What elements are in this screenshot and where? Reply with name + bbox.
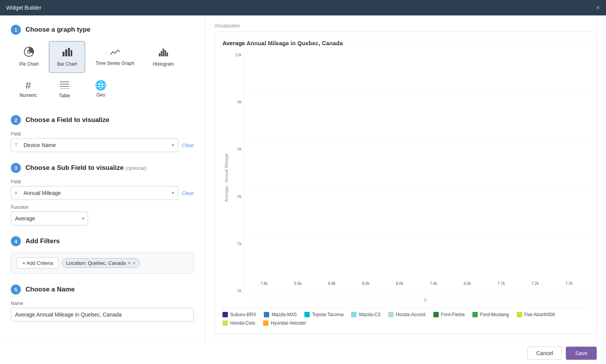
table-icon — [59, 80, 70, 91]
step1-badge: 1 — [11, 25, 21, 35]
legend-honda-accord-label: Honda-Accord — [396, 312, 426, 317]
step4-header: 4 Add Filters — [11, 236, 194, 246]
save-button[interactable]: Save — [566, 347, 597, 360]
legend-hyundai-label: Hyundai-Veloster — [271, 320, 306, 326]
titlebar: Widget Builder × — [0, 0, 606, 15]
bar-fiat-abarth: 7.7k — [485, 281, 517, 286]
legend-honda-accord: Honda-Accord — [388, 312, 426, 317]
svg-rect-6 — [161, 51, 162, 56]
filter-tag[interactable]: Location: Quebec, Canada ▾ × — [62, 258, 140, 268]
left-panel: 1 Choose a graph type Pie Chart — [0, 15, 205, 342]
legend-suburu-dot — [222, 312, 228, 317]
graph-type-numeric[interactable]: # Numeric — [11, 74, 46, 105]
step2-clear-link[interactable]: Clear — [182, 142, 194, 148]
step1-title: Choose a graph type — [25, 26, 90, 34]
step2-header: 2 Choose a Field to visualize — [11, 115, 194, 125]
svg-rect-2 — [65, 49, 67, 56]
bar-chart-icon — [62, 46, 73, 59]
bar-hyundai-veloster: 7.7k — [553, 281, 585, 286]
bar-hyundai-value: 7.7k — [565, 281, 573, 286]
legend-mazda-c3: Mazda-C3 — [351, 312, 380, 317]
timeseries-label: Time Series Graph — [95, 61, 134, 67]
bar-ford-mustang: 6.6k — [452, 281, 483, 286]
y-ticks-chart: 0k 2k 4k 6k 8k 10k — [230, 52, 589, 302]
window-title: Widget Builder — [6, 5, 41, 11]
legend-fiat-label: Fiat-Abarth500 — [525, 312, 555, 317]
legend-honda-civic-label: Honda-Civic — [230, 320, 255, 326]
step2-select-row: T Device Name ▾ Clear — [11, 138, 194, 152]
step5-name-label: Name — [11, 301, 194, 306]
add-criteria-button[interactable]: + Add Criteria — [17, 257, 59, 269]
graph-type-table[interactable]: Table — [47, 74, 82, 105]
bar-honda-accord-value: 8.0k — [396, 281, 403, 286]
legend-toyota: Toyota-Tacoma — [304, 312, 343, 317]
step3-field-wrapper: # Annual Mileage ▾ — [11, 186, 178, 200]
widget-builder-window: Widget Builder × 1 Choose a graph type — [0, 0, 606, 364]
step3-title: Choose a Sub Field to visualize (optiona… — [25, 164, 146, 172]
pie-chart-label: Pie Chart — [19, 61, 39, 68]
y-tick-8k: 8k — [237, 100, 242, 104]
bars-wrapper: 7.8k 6.5k — [244, 52, 589, 302]
bar-chart-label: Bar Chart — [57, 61, 77, 68]
cancel-button[interactable]: Cancel — [527, 347, 562, 360]
chart-with-axes: Average - Annual Mileage 0k 2k 4k 6k 8k … — [222, 52, 589, 302]
step3-clear-link[interactable]: Clear — [182, 190, 194, 196]
y-tick-6k: 6k — [237, 147, 242, 151]
y-axis-label-wrapper: Average - Annual Mileage — [222, 52, 230, 302]
graph-type-timeseries[interactable]: Time Series Graph — [87, 41, 143, 73]
y-tick-4k: 4k — [237, 194, 242, 199]
bar-honda-civic-value: 7.2k — [531, 281, 539, 286]
svg-rect-8 — [165, 50, 166, 56]
numeric-label: Numeric — [20, 93, 37, 99]
step3-field-label: Field — [11, 179, 194, 185]
geo-icon: 🌐 — [95, 81, 107, 90]
step3-function-select[interactable]: Average Sum Count Min Max — [11, 212, 88, 225]
name-input[interactable] — [11, 308, 194, 322]
legend-ford-fiesta: Ford-Fiesta — [433, 312, 465, 317]
legend-ford-fiesta-label: Ford-Fiesta — [441, 312, 465, 317]
step2-title: Choose a Field to visualize — [25, 116, 109, 124]
step3-select-row: # Annual Mileage ▾ Clear — [11, 186, 194, 200]
histogram-icon — [158, 46, 169, 59]
footer: Cancel Save — [0, 342, 606, 364]
legend-suburu-label: Suburu-BRX — [230, 312, 256, 317]
step5-badge: 5 — [11, 284, 21, 295]
graph-type-pie[interactable]: Pie Chart — [11, 41, 47, 73]
viz-container: Average Annual Mileage in Quebec, Canada… — [214, 32, 597, 334]
bars-row: 7.8k 6.5k — [244, 52, 589, 286]
right-panel: Visualization Average Annual Mileage in … — [205, 15, 606, 342]
filter-tag-close-icon[interactable]: × — [132, 261, 136, 266]
legend-toyota-label: Toyota-Tacoma — [312, 312, 343, 317]
svg-rect-3 — [68, 48, 70, 56]
graph-type-bar[interactable]: Bar Chart — [49, 41, 85, 73]
legend-ford-mustang-label: Ford-Mustang — [480, 312, 509, 317]
bars-grid: 7.8k 6.5k — [244, 52, 589, 296]
x-axis-zero: 0 — [262, 296, 589, 302]
y-tick-0: 0k — [237, 288, 242, 293]
step4-badge: 4 — [11, 236, 21, 246]
bar-honda-accord: 8.0k — [384, 281, 416, 286]
legend-ford-mustang: Ford-Mustang — [472, 312, 509, 317]
bar-mazda-mx5: 6.5k — [282, 281, 314, 286]
legend-ford-mustang-dot — [472, 312, 478, 317]
graph-type-histogram[interactable]: Histogram — [144, 41, 183, 73]
viz-section-label: Visualization — [214, 23, 597, 29]
step3-function-row: Function Average Sum Count Min Max ▾ — [11, 205, 194, 225]
graph-type-geo[interactable]: 🌐 Geo — [83, 74, 118, 105]
svg-rect-7 — [163, 49, 164, 56]
step3-section: 3 Choose a Sub Field to visualize (optio… — [11, 163, 194, 225]
step3-function-wrapper: Average Sum Count Min Max ▾ — [11, 212, 88, 225]
bar-ford-mustang-value: 6.6k — [464, 281, 471, 286]
step3-field-select[interactable]: Annual Mileage — [11, 186, 178, 200]
step4-title: Add Filters — [25, 237, 60, 245]
close-button[interactable]: × — [596, 4, 600, 11]
step1-header: 1 Choose a graph type — [11, 25, 194, 35]
bar-honda-civic: 7.2k — [519, 281, 551, 286]
step2-field-select[interactable]: Device Name — [11, 138, 178, 152]
numeric-icon: # — [25, 80, 31, 90]
legend-hyundai-dot — [263, 320, 268, 326]
bar-fiat-value: 7.7k — [497, 281, 505, 286]
legend-mazda-mx5-dot — [264, 312, 269, 317]
legend-mazda-mx5-label: Mazda-MX5 — [272, 312, 297, 317]
svg-rect-1 — [63, 52, 65, 56]
